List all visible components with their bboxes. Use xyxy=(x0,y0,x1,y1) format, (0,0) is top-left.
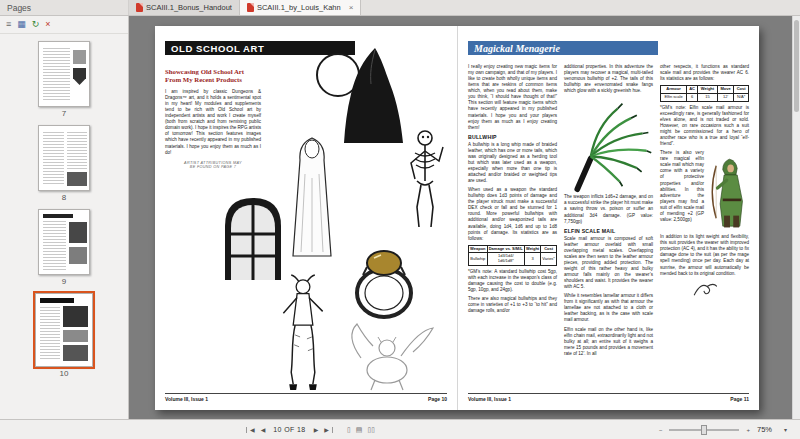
table-header-cell: AC xyxy=(687,86,698,94)
elfin-paragraph-2: There is also very rare magical elfin sc… xyxy=(660,150,704,231)
scrollbar-thumb[interactable] xyxy=(794,20,799,112)
table-cell: 6 xyxy=(687,93,698,101)
last-page-button[interactable]: ▶ xyxy=(321,427,333,433)
thumbnail-page-7[interactable]: 7 xyxy=(38,41,90,118)
thumbnail-page-9[interactable]: 9 xyxy=(38,209,90,286)
table-header-cell: Weight xyxy=(524,245,540,253)
thumbnail-size-icon[interactable]: ▦ xyxy=(17,20,26,29)
status-bar: ◀ ◀ 10 OF 18 ▶ ▶ ▯ ▤ ▯▯ − + 75% ▾ xyxy=(0,419,800,439)
zoom-in-button[interactable]: + xyxy=(743,427,753,433)
scale-mail-paragraph-3: Elfin scale mail on the other hand is, l… xyxy=(564,327,653,357)
gm-note-elfin: *GM’s note: Elfin scale mail armour is e… xyxy=(660,105,749,147)
table-header-cell: Cost xyxy=(541,245,557,253)
table-header-cell: Weapon xyxy=(469,245,488,253)
table-cell: Elfin scale xyxy=(661,93,687,101)
footer-page-number: Page 11 xyxy=(730,396,749,402)
artist-attribution-note: ARTIST ATTRIBUTIONS MAY BE FOUND ON PAGE… xyxy=(165,161,261,169)
column-3: other respects, it functions as standard… xyxy=(660,64,749,390)
skeleton-illustration xyxy=(403,129,449,231)
table-header-cell: Cost xyxy=(734,86,749,94)
intro-paragraph: I am inspired by classic Dungeons & Drag… xyxy=(165,89,261,156)
menagerie-intro-paragraph: I really enjoy creating new magic items … xyxy=(468,64,557,131)
pdf-file-icon xyxy=(136,3,143,12)
arched-window-illustration xyxy=(219,192,287,280)
facing-pages-view-icon[interactable]: ▯▯ xyxy=(367,426,375,434)
main-split: ≡ ▦ ↻ × 7 xyxy=(0,16,800,419)
tab-label: SCAIII.1_Bonus_Handout xyxy=(146,3,232,12)
footer-volume: Volume III, Issue 1 xyxy=(468,396,511,402)
thumbnail-preview[interactable] xyxy=(38,125,90,191)
table-header-cell: Damage vs. S/M/L xyxy=(487,245,524,253)
thumbnail-page-number: 10 xyxy=(60,369,69,378)
table-cell: Varies* xyxy=(541,253,557,266)
previous-page-button[interactable]: ◀ xyxy=(258,427,269,433)
bullwhip-paragraph-2: When used as a weapon the standard bullw… xyxy=(468,187,557,242)
table-cell: 1d3/1d4/ 1d6/1d8* xyxy=(487,253,524,266)
thumbnail-page-number: 9 xyxy=(62,277,66,286)
table-cell: 15 xyxy=(697,93,717,101)
bullwhip-paragraph-3: There are also magical bullwhips and the… xyxy=(468,296,557,314)
pdf-viewer-window: Pages SCAIII.1_Bonus_Handout SCAIII.1_by… xyxy=(0,0,800,439)
bullwhip-section-heading: BULLWHIP xyxy=(468,134,557,140)
table-cell: Bullwhip xyxy=(469,253,488,266)
venomous-bullwhip-illustration xyxy=(566,97,652,193)
panel-options-icon[interactable]: ≡ xyxy=(6,20,11,29)
tab-bonus-handout[interactable]: SCAIII.1_Bonus_Handout xyxy=(129,0,240,15)
thumbnail-preview[interactable] xyxy=(38,41,90,107)
left-page-text-column: Showcasing Old School Art From My Recent… xyxy=(165,68,261,169)
table-cell: 3 xyxy=(524,253,540,266)
tab-by-louis-kahn[interactable]: SCAIII.1_by_Louis_Kahn × xyxy=(240,0,361,15)
vertical-scrollbar[interactable] xyxy=(792,16,800,419)
table-cell: N/A* xyxy=(734,93,749,101)
zoom-slider[interactable] xyxy=(669,429,739,431)
page-indicator[interactable]: 10 OF 18 xyxy=(273,426,305,433)
table-header-cell: Move xyxy=(718,86,734,94)
robed-figure-illustration xyxy=(283,134,341,262)
refresh-pages-icon[interactable]: ↻ xyxy=(32,20,40,29)
column-2: additional properties. In this adventure… xyxy=(564,64,653,390)
elfin-scale-mail-heading: ELFIN SCALE MAIL xyxy=(564,228,653,234)
document-viewport[interactable]: OLD SCHOOL ART Showcasing Old School Art… xyxy=(129,16,800,419)
single-page-view-icon[interactable]: ▯ xyxy=(347,426,351,434)
first-page-button[interactable]: ◀ xyxy=(246,427,258,433)
bullwhip-paragraph-1: A bullwhip is a long whip made of braide… xyxy=(468,142,557,184)
scale-mail-paragraph-1: Scale mail armour is composed of soft le… xyxy=(564,236,653,291)
elf-archer-illustration xyxy=(707,150,749,234)
close-tab-icon[interactable]: × xyxy=(349,4,354,12)
thumbnail-page-number: 7 xyxy=(62,109,66,118)
pages-panel-title: Pages xyxy=(0,0,129,15)
venomous-bullwhip-paragraph-1: additional properties. In this adventure… xyxy=(564,64,653,94)
thumbnail-preview[interactable] xyxy=(35,293,93,367)
footer-volume: Volume III, Issue 1 xyxy=(165,396,208,402)
bullwhip-stats-table: Weapon Damage vs. S/M/L Weight Cost Bull… xyxy=(468,245,557,266)
document-page-11: Magickal Menagerie I really enjoy creati… xyxy=(457,26,759,410)
page-footer: Volume III, Issue 1 Page 10 xyxy=(165,393,447,402)
delete-page-icon[interactable]: × xyxy=(45,20,50,29)
zoom-level-value[interactable]: 75% xyxy=(757,425,777,434)
thumbnail-page-10-selected[interactable]: 10 xyxy=(35,293,93,378)
elfin-scale-stats-table: Armour AC Weight Move Cost Elfin scale 6 xyxy=(660,85,749,102)
article-subheading: Showcasing Old School Art From My Recent… xyxy=(165,68,261,85)
view-mode-group: ▯ ▤ ▯▯ xyxy=(347,426,375,434)
next-page-button[interactable]: ▶ xyxy=(311,427,322,433)
end-flourish-icon xyxy=(692,280,718,301)
thumbnail-list: 7 8 9 xyxy=(0,34,128,419)
thumbnail-page-8[interactable]: 8 xyxy=(38,125,90,202)
continuous-view-icon[interactable]: ▤ xyxy=(356,426,363,434)
zoom-slider-handle[interactable] xyxy=(701,425,707,435)
document-page-10: OLD SCHOOL ART Showcasing Old School Art… xyxy=(155,26,457,410)
article-title: Magickal Menagerie xyxy=(474,43,560,54)
page-footer: Volume III, Issue 1 Page 11 xyxy=(468,393,749,402)
thumbnail-preview[interactable] xyxy=(38,209,90,275)
right-page-columns: I really enjoy creating new magic items … xyxy=(468,64,749,390)
zoom-out-button[interactable]: − xyxy=(656,427,666,433)
tab-bar: Pages SCAIII.1_Bonus_Handout SCAIII.1_by… xyxy=(0,0,800,16)
pages-panel-toolbar: ≡ ▦ ↻ × xyxy=(0,16,128,34)
zoom-dropdown-icon[interactable]: ▾ xyxy=(781,427,790,433)
article-header-magickal-menagerie: Magickal Menagerie xyxy=(468,41,658,55)
thumbnail-page-number: 8 xyxy=(62,193,66,202)
zoom-controls: − + 75% ▾ xyxy=(656,425,790,434)
wizard-and-moon-illustration xyxy=(313,46,409,146)
table-header-cell: Weight xyxy=(697,86,717,94)
pdf-file-icon xyxy=(247,3,254,12)
